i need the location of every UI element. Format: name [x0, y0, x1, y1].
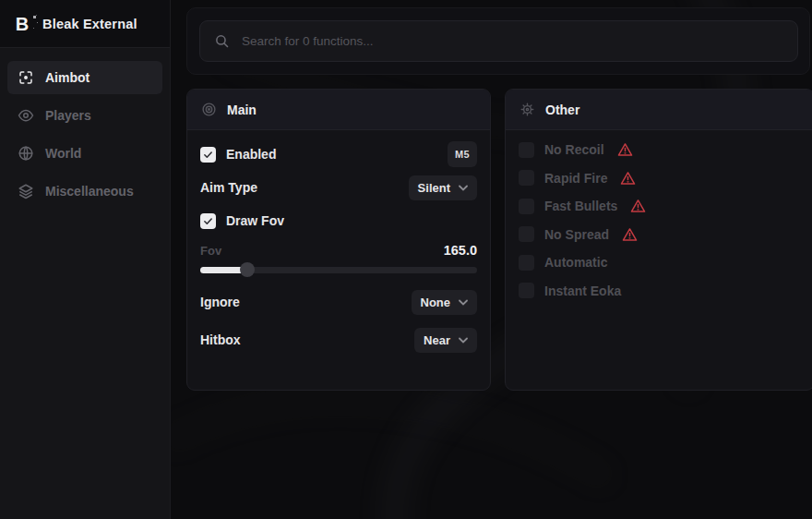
fov-label: Fov: [200, 244, 221, 258]
app-logo-icon: B: [11, 13, 33, 35]
draw-fov-label: Draw Fov: [226, 213, 284, 228]
no-spread-checkbox[interactable]: [519, 226, 534, 242]
panel-main: Main Enabled M5 Aim Type Silent: [186, 89, 491, 391]
rapid-fire-label: Rapid Fire: [544, 171, 607, 186]
eye-icon: [18, 107, 34, 124]
search-container: [186, 7, 810, 75]
no-spread-row: No Spread: [519, 226, 801, 243]
no-spread-label: No Spread: [544, 227, 609, 242]
automatic-label: Automatic: [544, 255, 607, 270]
draw-fov-row: Draw Fov: [200, 208, 477, 234]
instant-eoka-label: Instant Eoka: [544, 284, 621, 298]
globe-icon: [18, 145, 34, 162]
gear-icon: [519, 102, 535, 117]
warning-icon: [622, 227, 638, 242]
chevron-down-icon: [459, 299, 468, 306]
ignore-row: Ignore None: [200, 289, 477, 315]
enabled-checkbox[interactable]: [200, 147, 216, 163]
enabled-row: Enabled M5: [200, 140, 477, 168]
enabled-keybind-button[interactable]: M5: [448, 141, 477, 167]
aim-type-value: Silent: [418, 181, 450, 195]
fast-bullets-row: Fast Bullets: [519, 198, 801, 214]
bleak-external-window: B Bleak External Aimbot: [0, 0, 812, 519]
instant-eoka-row: Instant Eoka: [519, 283, 801, 299]
sidebar-item-world[interactable]: World: [7, 137, 162, 170]
fast-bullets-checkbox[interactable]: [519, 199, 534, 214]
automatic-row: Automatic: [519, 254, 801, 271]
panel-main-header: Main: [187, 90, 490, 130]
aim-type-dropdown[interactable]: Silent: [409, 175, 477, 200]
panel-other-title: Other: [545, 103, 579, 117]
fov-value-row: Fov 165.0: [200, 241, 477, 260]
no-recoil-row: No Recoil: [519, 141, 801, 158]
automatic-checkbox[interactable]: [519, 255, 534, 271]
instant-eoka-checkbox[interactable]: [519, 283, 534, 298]
sidebar: B Bleak External Aimbot: [0, 0, 171, 519]
rapid-fire-checkbox[interactable]: [519, 170, 534, 186]
warning-icon: [620, 171, 636, 186]
crosshair-icon: [18, 69, 34, 86]
fov-value: 165.0: [444, 243, 477, 258]
no-recoil-label: No Recoil: [544, 142, 604, 157]
sidebar-item-aimbot[interactable]: Aimbot: [7, 61, 162, 94]
app-title: Bleak External: [42, 17, 137, 31]
sidebar-item-miscellaneous[interactable]: Miscellaneous: [7, 175, 162, 208]
draw-fov-checkbox[interactable]: [200, 213, 216, 229]
ignore-label: Ignore: [200, 295, 240, 309]
fast-bullets-label: Fast Bullets: [544, 199, 617, 213]
target-icon: [201, 102, 217, 117]
warning-icon: [617, 142, 633, 157]
content-area: Main Enabled M5 Aim Type Silent: [171, 0, 812, 519]
chevron-down-icon: [459, 185, 468, 191]
panel-main-body: Enabled M5 Aim Type Silent: [187, 130, 490, 363]
sidebar-header: B Bleak External: [0, 0, 170, 48]
sidebar-nav: Aimbot Players World: [0, 48, 170, 208]
hitbox-label: Hitbox: [200, 332, 241, 347]
fov-slider-thumb[interactable]: [240, 262, 255, 277]
search-icon: [214, 33, 230, 49]
layers-icon: [18, 183, 34, 199]
no-recoil-checkbox[interactable]: [519, 142, 534, 158]
panel-other-body: No Recoil Rapid Fire: [506, 130, 812, 321]
panel-other: Other No Recoil Rapid Fire: [505, 89, 812, 391]
sidebar-item-label: Aimbot: [45, 70, 90, 85]
enabled-label: Enabled: [226, 147, 276, 162]
sidebar-item-label: World: [45, 146, 81, 161]
sidebar-item-label: Miscellaneous: [45, 184, 134, 199]
fov-slider[interactable]: [200, 262, 477, 277]
sidebar-item-label: Players: [45, 108, 91, 123]
aim-type-label: Aim Type: [200, 180, 257, 195]
search-box[interactable]: [199, 20, 798, 62]
hitbox-value: Near: [424, 333, 450, 347]
panel-main-title: Main: [227, 103, 257, 117]
panel-other-header: Other: [506, 90, 812, 130]
chevron-down-icon: [459, 337, 468, 344]
ignore-dropdown[interactable]: None: [412, 290, 478, 315]
hitbox-dropdown[interactable]: Near: [414, 328, 477, 353]
ignore-value: None: [421, 296, 451, 309]
sidebar-item-players[interactable]: Players: [7, 99, 162, 132]
warning-icon: [630, 199, 646, 213]
hitbox-row: Hitbox Near: [200, 327, 477, 353]
search-input[interactable]: [240, 33, 783, 49]
aim-type-row: Aim Type Silent: [200, 175, 477, 200]
rapid-fire-row: Rapid Fire: [519, 170, 801, 187]
